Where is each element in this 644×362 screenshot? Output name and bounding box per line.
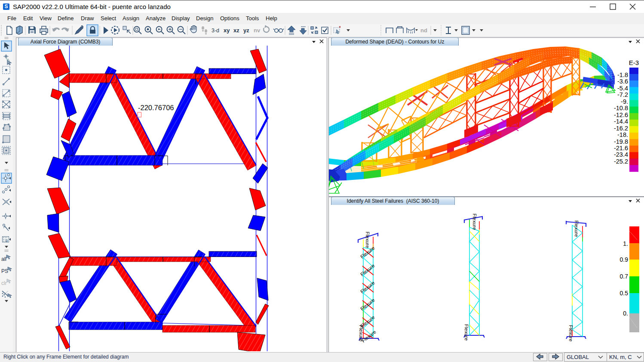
svg-text:-10.8: -10.8 <box>614 105 628 111</box>
svg-text:-21.6: -21.6 <box>614 145 628 152</box>
svg-text:Flexure: Flexure <box>568 325 573 341</box>
svg-text:3-d: 3-d <box>212 28 219 34</box>
svg-text:0.9: 0.9 <box>620 256 629 263</box>
svg-text:0.5: 0.5 <box>620 290 629 297</box>
svg-text:-7.2: -7.2 <box>617 91 628 98</box>
svg-text:Flexure: Flexure <box>365 232 370 248</box>
svg-text:-16.2: -16.2 <box>614 125 628 132</box>
svg-text:yz: yz <box>243 27 249 34</box>
svg-text:0.7: 0.7 <box>620 273 629 280</box>
svg-text:-220.76706: -220.76706 <box>138 104 174 111</box>
svg-text:Flexure: Flexure <box>472 213 477 230</box>
svg-text:all: all <box>1 256 6 262</box>
svg-text:-19.8: -19.8 <box>614 138 628 145</box>
svg-text:0.: 0. <box>623 310 628 317</box>
svg-text:-12.6: -12.6 <box>614 111 628 118</box>
svg-text:-5.4: -5.4 <box>617 85 628 92</box>
svg-text:-3.6: -3.6 <box>617 78 628 85</box>
svg-text:-9.: -9. <box>621 98 628 105</box>
svg-text:Flexure: Flexure <box>574 220 579 237</box>
svg-text:E-3: E-3 <box>629 59 639 66</box>
svg-text:xz: xz <box>233 27 239 34</box>
svg-text:PS: PS <box>1 268 8 274</box>
svg-text:nv: nv <box>254 27 261 34</box>
svg-text:-25.2: -25.2 <box>614 158 628 165</box>
svg-text:-1.8: -1.8 <box>617 71 628 78</box>
svg-text:clr: clr <box>1 280 7 286</box>
svg-text:-23.4: -23.4 <box>614 151 628 158</box>
svg-text:Flexure: Flexure <box>359 325 364 341</box>
svg-text:xy: xy <box>224 27 230 34</box>
svg-text:-18.: -18. <box>617 131 628 138</box>
svg-text:1.: 1. <box>623 240 628 247</box>
svg-text:o: o <box>6 238 8 243</box>
svg-text:nd: nd <box>420 27 427 34</box>
svg-text:Flexure: Flexure <box>464 324 469 340</box>
svg-text:-14.4: -14.4 <box>614 118 628 125</box>
